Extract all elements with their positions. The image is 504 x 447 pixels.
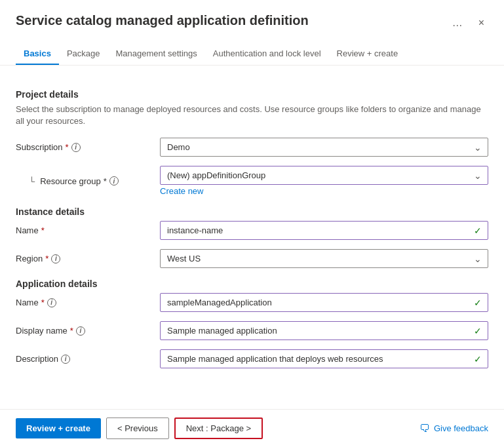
app-name-row: Name * i ✓ <box>16 293 488 312</box>
subscription-row: Subscription * i Demo <box>16 138 488 157</box>
resource-group-required: * <box>104 176 107 186</box>
instance-name-label: Name * <box>16 225 160 235</box>
close-button[interactable]: × <box>475 16 488 30</box>
region-label: Region * i <box>16 254 160 263</box>
region-select[interactable]: West US <box>160 249 488 268</box>
subscription-select[interactable]: Demo <box>160 138 488 157</box>
app-name-check-icon: ✓ <box>474 298 482 308</box>
dialog: Service catalog managed application defi… <box>0 0 504 447</box>
display-name-row: Display name * i ✓ <box>16 321 488 340</box>
review-create-button[interactable]: Review + create <box>16 418 101 438</box>
subscription-required: * <box>66 142 69 152</box>
resource-group-info-icon[interactable]: i <box>109 176 119 185</box>
more-options-button[interactable]: … <box>448 16 467 30</box>
display-name-input[interactable] <box>160 321 488 340</box>
tab-management-settings[interactable]: Management settings <box>108 43 205 65</box>
display-name-info-icon[interactable]: i <box>76 326 85 336</box>
give-feedback-link[interactable]: 🗨 Give feedback <box>419 423 488 435</box>
region-info-icon[interactable]: i <box>51 254 60 263</box>
feedback-icon: 🗨 <box>419 423 430 435</box>
tab-package[interactable]: Package <box>59 43 108 65</box>
resource-group-select-wrapper: (New) appDefinitionGroup <box>160 166 488 185</box>
app-name-input[interactable] <box>160 293 488 312</box>
instance-details-title: Instance details <box>16 206 488 217</box>
dialog-title: Service catalog managed application defi… <box>16 13 448 28</box>
project-details-section: Project details Select the subscription … <box>16 89 488 196</box>
project-details-desc: Select the subscription to manage deploy… <box>16 104 488 127</box>
app-name-required: * <box>41 298 45 307</box>
region-control: West US <box>160 249 488 268</box>
description-info-icon[interactable]: i <box>61 355 70 364</box>
tabs-bar: Basics Package Management settings Authe… <box>0 35 504 66</box>
display-name-required: * <box>70 326 73 336</box>
description-input[interactable] <box>160 349 488 368</box>
create-new-link[interactable]: Create new <box>160 186 203 196</box>
dialog-header-icons: … × <box>448 13 488 30</box>
description-row: Description i ✓ <box>16 349 488 368</box>
instance-name-check-icon: ✓ <box>474 225 482 236</box>
application-details-title: Application details <box>16 279 488 289</box>
previous-button[interactable]: < Previous <box>106 418 169 439</box>
region-row: Region * i West US <box>16 249 488 268</box>
tab-review-create[interactable]: Review + create <box>329 43 406 65</box>
subscription-info-icon[interactable]: i <box>71 143 81 152</box>
dialog-footer: Review + create < Previous Next : Packag… <box>0 409 504 447</box>
application-details-section: Application details Name * i ✓ Display n… <box>16 279 488 368</box>
more-icon: … <box>452 17 463 28</box>
display-name-check-icon: ✓ <box>474 326 482 336</box>
resource-group-select[interactable]: (New) appDefinitionGroup <box>160 166 488 185</box>
instance-details-section: Instance details Name * ✓ Region * i <box>16 206 488 268</box>
resource-group-control: (New) appDefinitionGroup Create new <box>160 166 488 196</box>
next-button[interactable]: Next : Package > <box>174 418 263 439</box>
description-label: Description i <box>16 354 160 364</box>
tab-basics[interactable]: Basics <box>16 43 59 65</box>
resource-group-row: Resource group * i (New) appDefinitionGr… <box>16 166 488 196</box>
region-required: * <box>45 254 48 263</box>
display-name-control: ✓ <box>160 321 488 340</box>
tab-auth-lock[interactable]: Authentication and lock level <box>205 43 329 65</box>
instance-name-required: * <box>41 225 45 235</box>
app-name-info-icon[interactable]: i <box>47 298 56 307</box>
app-name-control: ✓ <box>160 293 488 312</box>
subscription-label: Subscription * i <box>16 142 160 152</box>
project-details-title: Project details <box>16 89 488 100</box>
instance-name-row: Name * ✓ <box>16 221 488 240</box>
instance-name-input[interactable] <box>160 221 488 240</box>
display-name-label: Display name * i <box>16 326 160 336</box>
description-control: ✓ <box>160 349 488 368</box>
main-content: Project details Select the subscription … <box>0 66 504 409</box>
subscription-control: Demo <box>160 138 488 157</box>
instance-name-control: ✓ <box>160 221 488 240</box>
app-name-label: Name * i <box>16 298 160 307</box>
resource-group-label: Resource group * i <box>16 176 160 186</box>
description-check-icon: ✓ <box>474 354 482 364</box>
dialog-header: Service catalog managed application defi… <box>0 0 504 30</box>
close-icon: × <box>478 17 484 28</box>
